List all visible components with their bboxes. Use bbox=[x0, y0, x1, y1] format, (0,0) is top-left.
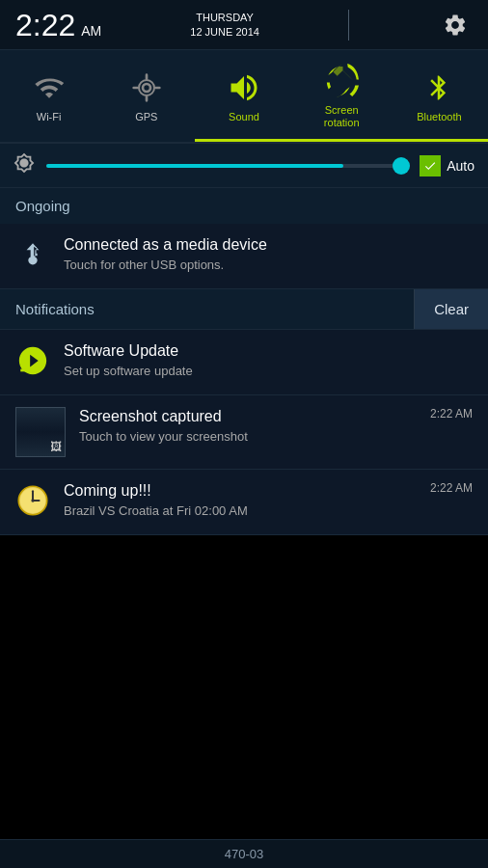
coming-up-title: Coming up!!! bbox=[64, 481, 417, 502]
screenshot-content: Screenshot captured Touch to view your s… bbox=[79, 407, 417, 444]
quick-toggles: Wi-Fi GPS Sound Screenrotation bbox=[0, 50, 488, 144]
notifications-label: Notifications bbox=[0, 289, 414, 329]
screenshot-notification[interactable]: 🖼 Screenshot captured Touch to view your… bbox=[0, 395, 488, 470]
time-block: 2:22 AM bbox=[15, 10, 101, 41]
toggle-sound[interactable]: Sound bbox=[195, 50, 292, 142]
software-update-notification[interactable]: Software Update Set up software update bbox=[0, 330, 488, 395]
bottom-bar: 470-03 bbox=[0, 839, 488, 868]
software-update-icon bbox=[15, 343, 50, 378]
time-display: 2:22 bbox=[15, 10, 75, 41]
clock-icon bbox=[15, 483, 50, 518]
ongoing-section-header: Ongoing bbox=[0, 188, 488, 224]
coming-up-subtitle: Brazil VS Croatia at Fri 02:00 AM bbox=[64, 503, 417, 518]
auto-checkbox bbox=[420, 155, 441, 176]
toggle-screen-rotation[interactable]: Screenrotation bbox=[293, 50, 391, 142]
bluetooth-label: Bluetooth bbox=[417, 111, 461, 123]
status-bar: 2:22 AM THURSDAY 12 JUNE 2014 bbox=[0, 0, 488, 50]
coming-up-time: 2:22 AM bbox=[430, 481, 473, 495]
wifi-label: Wi-Fi bbox=[37, 111, 62, 123]
svg-point-0 bbox=[143, 84, 150, 92]
brightness-bar: Auto bbox=[0, 144, 488, 188]
software-update-subtitle: Set up software update bbox=[64, 364, 473, 378]
settings-icon[interactable] bbox=[438, 8, 473, 42]
gps-icon bbox=[129, 70, 164, 105]
usb-icon bbox=[15, 237, 50, 272]
brightness-icon bbox=[14, 152, 35, 178]
svg-point-1 bbox=[139, 80, 154, 95]
screenshot-title: Screenshot captured bbox=[79, 407, 417, 427]
ongoing-usb-item[interactable]: Connected as a media device Touch for ot… bbox=[0, 224, 488, 289]
brightness-slider[interactable] bbox=[46, 164, 408, 168]
clear-button[interactable]: Clear bbox=[414, 289, 488, 329]
wifi-icon bbox=[32, 70, 67, 105]
ampm-display: AM bbox=[81, 23, 101, 39]
notifications-header: Notifications Clear bbox=[0, 289, 488, 330]
bottom-label: 470-03 bbox=[225, 847, 263, 861]
software-update-content: Software Update Set up software update bbox=[64, 341, 473, 378]
coming-up-notification[interactable]: Coming up!!! Brazil VS Croatia at Fri 02… bbox=[0, 470, 488, 535]
bluetooth-icon bbox=[421, 70, 456, 105]
screenshot-time: 2:22 AM bbox=[430, 407, 473, 420]
toggle-gps[interactable]: GPS bbox=[97, 50, 195, 142]
brightness-thumb bbox=[393, 157, 410, 175]
date-display: 12 JUNE 2014 bbox=[190, 25, 259, 39]
toggle-wifi[interactable]: Wi-Fi bbox=[0, 50, 97, 142]
sound-icon bbox=[227, 70, 261, 105]
gps-label: GPS bbox=[135, 111, 157, 123]
date-block: THURSDAY 12 JUNE 2014 bbox=[190, 11, 259, 39]
usb-notification-subtitle: Touch for other USB options. bbox=[64, 258, 473, 272]
auto-label: Auto bbox=[447, 158, 474, 174]
svg-point-7 bbox=[31, 500, 34, 502]
day-of-week: THURSDAY bbox=[196, 11, 254, 24]
screenshot-thumbnail: 🖼 bbox=[15, 407, 66, 457]
usb-notification-title: Connected as a media device bbox=[64, 235, 473, 256]
software-update-title: Software Update bbox=[64, 341, 473, 362]
content-area bbox=[0, 535, 488, 728]
screen-rotation-icon bbox=[324, 64, 359, 98]
usb-notification-content: Connected as a media device Touch for ot… bbox=[64, 235, 473, 272]
svg-rect-2 bbox=[20, 369, 27, 372]
status-divider bbox=[348, 10, 349, 41]
toggle-bluetooth[interactable]: Bluetooth bbox=[391, 50, 488, 142]
image-icon: 🖼 bbox=[50, 440, 62, 453]
coming-up-content: Coming up!!! Brazil VS Croatia at Fri 02… bbox=[64, 481, 417, 518]
screen-rotation-label: Screenrotation bbox=[324, 104, 360, 129]
sound-label: Sound bbox=[229, 111, 259, 123]
screenshot-subtitle: Touch to view your screenshot bbox=[79, 429, 417, 444]
brightness-fill bbox=[46, 164, 343, 168]
auto-brightness-toggle[interactable]: Auto bbox=[420, 155, 474, 176]
